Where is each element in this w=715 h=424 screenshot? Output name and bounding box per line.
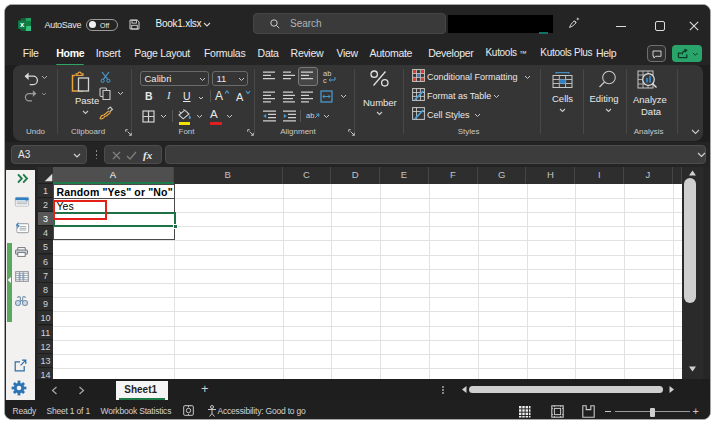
svg-text:ab: ab (306, 111, 314, 120)
svg-text:c: c (323, 76, 327, 85)
